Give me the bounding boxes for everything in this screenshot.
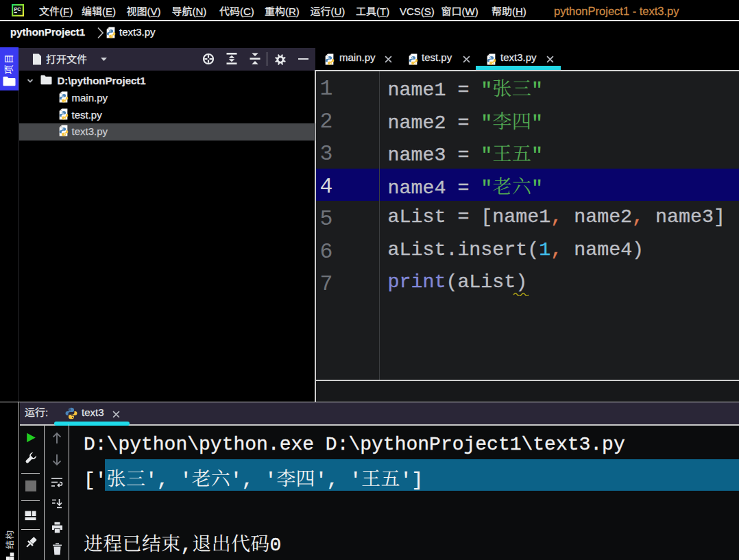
svg-text:PC: PC (14, 5, 21, 12)
